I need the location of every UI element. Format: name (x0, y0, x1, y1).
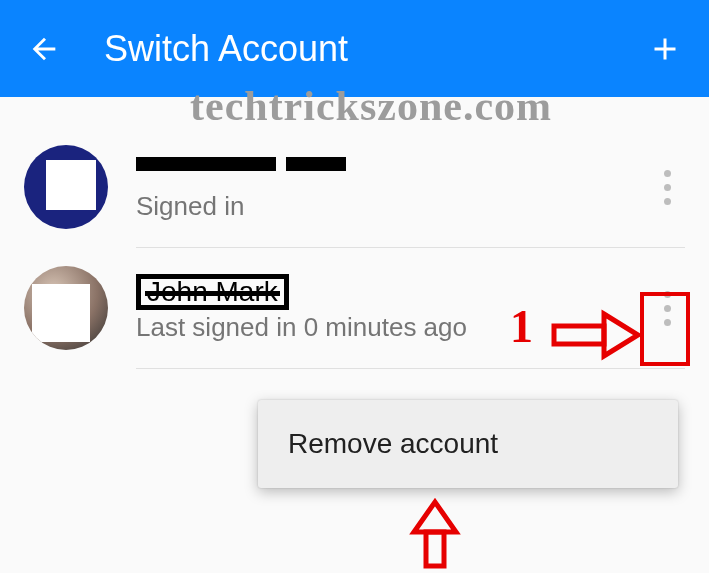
account-menu-button[interactable] (649, 283, 685, 334)
account-name: John Mark (136, 274, 649, 304)
account-list: Signed in John Mark Last signed in 0 min… (0, 97, 709, 369)
account-row[interactable]: John Mark Last signed in 0 minutes ago (0, 248, 709, 368)
account-status: Last signed in 0 minutes ago (136, 312, 649, 343)
account-info: Signed in (136, 153, 649, 222)
arrow-left-icon (27, 32, 61, 66)
account-info: John Mark Last signed in 0 minutes ago (136, 274, 649, 343)
back-button[interactable] (24, 29, 64, 69)
more-vert-icon (664, 170, 671, 177)
context-menu: Remove account (258, 400, 678, 488)
annotation-arrow-up (408, 498, 462, 568)
remove-account-item[interactable]: Remove account (258, 400, 678, 488)
account-menu-button[interactable] (649, 162, 685, 213)
account-row[interactable]: Signed in (0, 127, 709, 247)
avatar (24, 266, 108, 350)
more-vert-icon (664, 291, 671, 298)
account-name (136, 153, 649, 183)
add-account-button[interactable] (645, 29, 685, 69)
divider (136, 368, 685, 369)
plus-icon (647, 31, 683, 67)
avatar (24, 145, 108, 229)
account-status: Signed in (136, 191, 649, 222)
app-header: Switch Account (0, 0, 709, 97)
page-title: Switch Account (104, 28, 645, 70)
svg-rect-1 (426, 532, 444, 566)
